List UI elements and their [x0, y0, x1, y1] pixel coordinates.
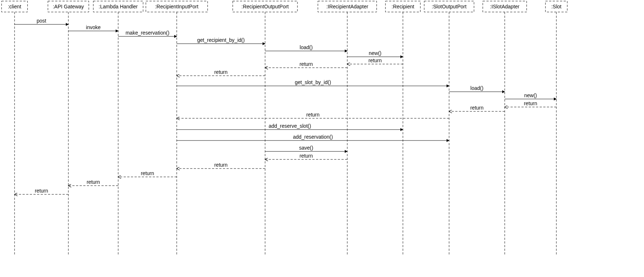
message-4: load() [265, 44, 347, 51]
message-6: return [347, 58, 403, 64]
message-label: return [306, 112, 320, 118]
message-label: return [141, 170, 154, 176]
participant-label: :ISlotAdapter [490, 4, 520, 9]
message-label: return [214, 69, 228, 75]
message-label: get_slot_by_id() [295, 79, 331, 85]
message-label: return [87, 179, 100, 185]
message-15: add_reserve_slot() [177, 123, 403, 130]
message-label: return [524, 100, 537, 106]
message-0: post [15, 18, 68, 24]
message-label: return [300, 61, 313, 67]
message-label: make_reservation() [125, 30, 169, 36]
message-label: add_reservation() [293, 134, 333, 140]
message-10: load() [449, 85, 505, 92]
message-9: get_slot_by_id() [177, 79, 449, 86]
message-label: get_recipient_by_id() [197, 37, 245, 43]
message-19: return [177, 162, 265, 169]
message-11: new() [505, 92, 556, 99]
message-2: make_reservation() [118, 30, 177, 36]
message-label: load() [300, 44, 313, 50]
messages: postinvokemake_reservation()get_recipien… [15, 18, 556, 194]
participant-sout: :SlotOutputPort [424, 1, 474, 255]
participant-label: :Lambda Handler [99, 4, 138, 9]
message-label: add_reserve_slot() [269, 123, 311, 129]
participant-slot: :Slot [545, 1, 567, 255]
message-5: new() [347, 50, 403, 57]
message-7: return [265, 61, 347, 68]
message-label: return [470, 105, 484, 111]
participant-label: :Recipient [392, 4, 414, 9]
participant-label: :IRecipientAdapter [326, 4, 368, 9]
message-12: return [505, 100, 556, 107]
participant-label: :Slot [551, 4, 561, 9]
participant-client: :client [1, 1, 27, 255]
message-label: return [214, 162, 228, 168]
message-16: add_reservation() [177, 134, 449, 141]
message-18: return [265, 153, 347, 159]
message-label: new() [524, 92, 537, 98]
message-label: return [368, 58, 382, 63]
message-8: return [177, 69, 265, 76]
message-label: new() [369, 50, 381, 56]
message-3: get_recipient_by_id() [177, 37, 265, 44]
message-label: return [35, 188, 48, 194]
message-1: invoke [68, 24, 118, 31]
participant-label: :SlotOutputPort [432, 4, 467, 9]
message-14: return [177, 112, 449, 118]
participant-label: :RecipientOutputPort [241, 4, 289, 9]
participant-label: :API Gateway [53, 4, 84, 9]
sequence-diagram: :client:API Gateway:Lambda Handler:Recip… [0, 0, 644, 277]
participant-api: :API Gateway [48, 1, 89, 255]
message-label: save() [299, 145, 313, 151]
message-label: invoke [86, 24, 101, 30]
message-17: save() [265, 145, 347, 151]
message-label: load() [471, 85, 484, 91]
message-label: return [300, 153, 313, 159]
message-13: return [449, 105, 505, 111]
participant-label: :client [8, 4, 21, 9]
message-22: return [15, 188, 68, 194]
message-20: return [118, 170, 177, 177]
participant-recipient: :Recipient [385, 1, 420, 255]
participant-label: :RecipientInputPort [155, 4, 198, 9]
participant-sadapter: :ISlotAdapter [483, 1, 527, 255]
participant-lambda: :Lambda Handler [93, 1, 143, 255]
participant-radapter: :IRecipientAdapter [318, 1, 377, 255]
message-21: return [68, 179, 118, 186]
message-label: post [37, 18, 47, 24]
